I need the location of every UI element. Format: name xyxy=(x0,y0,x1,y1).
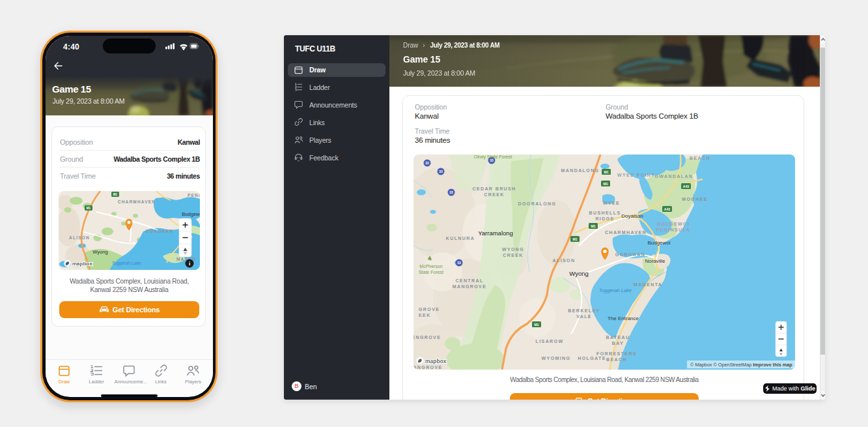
svg-text:33: 33 xyxy=(457,261,461,265)
svg-text:M1: M1 xyxy=(87,207,91,210)
svg-text:BERKELEY: BERKELEY xyxy=(568,308,600,313)
svg-text:McPherson: McPherson xyxy=(419,264,443,269)
svg-text:WYONG: WYONG xyxy=(502,247,524,252)
svg-text:GOROKAN: GOROKAN xyxy=(615,252,645,257)
svg-text:HOLGATE: HOLGATE xyxy=(578,356,606,361)
svg-text:PENI: PENI xyxy=(188,193,200,198)
svg-text:PENINSULA: PENINSULA xyxy=(656,228,690,232)
svg-text:FORRESTERS: FORRESTERS xyxy=(596,351,637,356)
svg-text:M1: M1 xyxy=(572,237,577,241)
svg-text:WYEE: WYEE xyxy=(603,201,620,205)
svg-text:CREEK: CREEK xyxy=(503,253,524,258)
svg-text:GROVE: GROVE xyxy=(419,307,440,312)
svg-text:A43: A43 xyxy=(683,184,690,188)
svg-text:M1: M1 xyxy=(604,170,608,174)
svg-text:CHARMHAVEN: CHARMHAVEN xyxy=(605,230,647,235)
svg-text:LENGROVE: LENGROVE xyxy=(413,335,441,340)
svg-text:CEDAR BRUSH: CEDAR BRUSH xyxy=(472,186,516,191)
svg-text:ALISON: ALISON xyxy=(69,235,90,240)
svg-text:BUDGEWOI: BUDGEWOI xyxy=(657,222,690,226)
svg-text:WYEE POINT: WYEE POINT xyxy=(617,173,655,177)
svg-text:Yarramalong: Yarramalong xyxy=(478,229,513,237)
svg-text:DOORALONG: DOORALONG xyxy=(518,201,557,206)
svg-text:mapbox: mapbox xyxy=(72,261,92,267)
svg-text:BATEAU: BATEAU xyxy=(606,335,630,340)
svg-text:Wyong: Wyong xyxy=(92,249,107,255)
svg-text:WYOMING: WYOMING xyxy=(542,356,571,361)
svg-text:MAGENTA: MAGENTA xyxy=(634,282,663,287)
svg-text:CHARMHAVEN: CHARMHAVEN xyxy=(118,199,156,204)
svg-text:Doyalson: Doyalson xyxy=(621,213,643,219)
svg-text:MANDALONG: MANDALONG xyxy=(561,168,600,173)
svg-text:The Entrance: The Entrance xyxy=(608,316,639,321)
svg-text:Olney State Forest: Olney State Forest xyxy=(474,155,512,160)
svg-text:mapbox: mapbox xyxy=(425,358,447,364)
svg-text:VALE: VALE xyxy=(576,314,592,319)
svg-text:Wyong: Wyong xyxy=(569,270,588,277)
svg-text:CREEK: CREEK xyxy=(484,192,505,197)
svg-text:GOROKAN: GOROKAN xyxy=(146,229,173,233)
svg-text:33: 33 xyxy=(425,162,429,165)
svg-text:BUSHELLS: BUSHELLS xyxy=(589,211,621,215)
svg-text:Budgewoi: Budgewoi xyxy=(647,240,670,246)
svg-text:M1: M1 xyxy=(591,224,595,228)
svg-text:GWANDALAN: GWANDALAN xyxy=(655,174,693,179)
svg-text:State Forest: State Forest xyxy=(419,270,443,274)
svg-text:BEACH: BEACH xyxy=(606,357,627,362)
svg-text:M1: M1 xyxy=(603,182,608,186)
svg-text:Tuggerah Lake: Tuggerah Lake xyxy=(111,261,141,266)
svg-text:BAY: BAY xyxy=(612,341,624,346)
svg-text:M1: M1 xyxy=(534,323,539,327)
svg-text:© Mapbox © OpenStreetMap Impro: © Mapbox © OpenStreetMap Improve this ma… xyxy=(690,362,792,368)
svg-text:Tuggerah Lake: Tuggerah Lake xyxy=(599,287,632,293)
svg-text:33: 33 xyxy=(449,191,453,194)
svg-text:CENTRAL: CENTRAL xyxy=(455,278,483,283)
svg-text:MOONEE: MOONEE xyxy=(682,197,708,201)
svg-text:Noraville: Noraville xyxy=(645,258,665,264)
svg-text:ALISON: ALISON xyxy=(553,258,576,263)
svg-text:Budgewo: Budgewo xyxy=(182,211,200,217)
svg-text:M1: M1 xyxy=(113,193,118,196)
svg-text:33: 33 xyxy=(490,159,494,162)
svg-text:ANGROVE: ANGROVE xyxy=(413,365,443,370)
svg-text:MANGROVE: MANGROVE xyxy=(453,284,486,289)
svg-text:A43: A43 xyxy=(664,207,671,211)
svg-text:LISAROW: LISAROW xyxy=(536,339,564,344)
svg-text:BEACH: BEACH xyxy=(690,156,710,160)
svg-text:KULNURA: KULNURA xyxy=(446,236,475,241)
svg-text:RIDGE: RIDGE xyxy=(595,216,614,221)
svg-text:33: 33 xyxy=(439,170,443,173)
svg-text:EEK: EEK xyxy=(419,313,431,317)
